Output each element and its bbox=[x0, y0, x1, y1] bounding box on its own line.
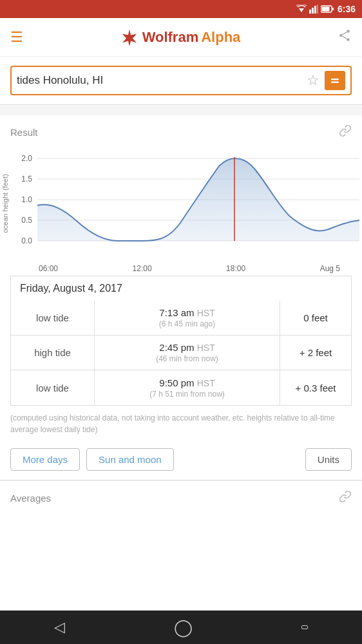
logo-wolfram: Wolfram bbox=[142, 29, 199, 46]
tide-chart-svg: 2.0 1.5 1.0 0.5 0.0 ocean height (feet) bbox=[0, 146, 362, 261]
logo-alpha: Alpha bbox=[201, 29, 240, 46]
link-icon[interactable] bbox=[339, 124, 352, 140]
svg-marker-8 bbox=[122, 29, 136, 46]
time-axis: 06:00 12:00 18:00 Aug 5 bbox=[0, 261, 362, 276]
tide-type-cell: low tide bbox=[11, 370, 95, 405]
time-label-0600: 06:00 bbox=[39, 264, 58, 273]
status-bar: 6:36 bbox=[0, 0, 362, 18]
averages-link-icon[interactable] bbox=[339, 490, 352, 506]
top-bar: ☰ Wolfram Alpha bbox=[0, 18, 362, 57]
svg-rect-15 bbox=[331, 82, 339, 83]
status-icons bbox=[296, 5, 334, 14]
tide-time-cell: 7:13 am HST (6 h 45 min ago) bbox=[95, 301, 280, 335]
time-label-aug5: Aug 5 bbox=[320, 264, 340, 273]
table-row: high tide 2:45 pm HST (46 min from now) … bbox=[11, 336, 351, 370]
wifi-icon bbox=[296, 5, 307, 14]
svg-text:ocean height (feet): ocean height (feet) bbox=[1, 174, 9, 233]
action-buttons: More days Sun and moon Units bbox=[0, 442, 362, 480]
svg-rect-3 bbox=[314, 6, 316, 14]
status-time: 6:36 bbox=[338, 4, 356, 14]
result-header: Result bbox=[0, 115, 362, 146]
tide-time: 9:50 pm HST bbox=[159, 377, 214, 388]
favorite-icon[interactable]: ☆ bbox=[307, 72, 319, 89]
tide-type-cell: low tide bbox=[11, 301, 95, 335]
tide-value-cell: 0 feet bbox=[280, 301, 351, 335]
note-text: (computed using historical data, not tak… bbox=[10, 412, 352, 435]
time-label-1200: 12:00 bbox=[133, 264, 152, 273]
equals-icon bbox=[329, 75, 341, 86]
tide-value-cell: + 2 feet bbox=[280, 336, 351, 370]
tide-ago: (7 h 51 min from now) bbox=[149, 390, 225, 399]
table-row: low tide 7:13 am HST (6 h 45 min ago) 0 … bbox=[11, 301, 351, 336]
svg-rect-7 bbox=[321, 7, 329, 12]
svg-text:2.0: 2.0 bbox=[21, 154, 32, 163]
tide-type: low tide bbox=[36, 312, 69, 323]
svg-rect-1 bbox=[309, 10, 311, 14]
tide-chart: 2.0 1.5 1.0 0.5 0.0 ocean height (feet) bbox=[0, 146, 362, 261]
wolfram-star-icon bbox=[120, 28, 138, 46]
averages-label: Averages bbox=[10, 493, 51, 504]
svg-rect-2 bbox=[312, 8, 314, 14]
svg-point-11 bbox=[347, 38, 350, 41]
svg-text:0.0: 0.0 bbox=[21, 236, 32, 245]
tide-type-cell: high tide bbox=[11, 336, 95, 370]
compute-button[interactable] bbox=[325, 71, 345, 90]
date-row: Friday, August 4, 2017 bbox=[10, 276, 352, 301]
share-icon[interactable] bbox=[338, 28, 352, 46]
tide-ago: (6 h 45 min ago) bbox=[159, 319, 215, 328]
result-label: Result bbox=[10, 127, 38, 138]
tide-value-cell: + 0.3 feet bbox=[280, 370, 351, 405]
tide-type: high tide bbox=[34, 347, 71, 358]
result-date: Friday, August 4, 2017 bbox=[20, 283, 122, 294]
svg-rect-4 bbox=[317, 5, 318, 14]
averages-header: Averages bbox=[0, 480, 362, 513]
tide-table: low tide 7:13 am HST (6 h 45 min ago) 0 … bbox=[10, 301, 352, 406]
tide-type: low tide bbox=[36, 383, 69, 393]
search-container: ☆ bbox=[0, 57, 362, 104]
svg-marker-0 bbox=[299, 8, 304, 12]
search-box: ☆ bbox=[10, 66, 352, 95]
tide-value: 0 feet bbox=[303, 312, 328, 323]
tide-value: + 0.3 feet bbox=[296, 383, 336, 393]
tide-value: + 2 feet bbox=[300, 347, 332, 358]
tide-ago: (46 min from now) bbox=[156, 354, 218, 363]
svg-text:0.5: 0.5 bbox=[21, 216, 32, 225]
svg-line-13 bbox=[343, 36, 347, 39]
svg-point-10 bbox=[339, 34, 343, 37]
battery-icon bbox=[321, 5, 334, 13]
time-label-1800: 18:00 bbox=[226, 264, 245, 273]
svg-text:1.5: 1.5 bbox=[21, 175, 32, 184]
tide-time: 2:45 pm HST bbox=[159, 342, 214, 353]
table-row: low tide 9:50 pm HST (7 h 51 min from no… bbox=[11, 370, 351, 405]
units-button[interactable]: Units bbox=[305, 448, 352, 471]
search-input[interactable] bbox=[17, 74, 307, 87]
section-gap bbox=[0, 105, 362, 115]
tide-time-cell: 2:45 pm HST (46 min from now) bbox=[95, 336, 280, 370]
logo: Wolfram Alpha bbox=[120, 28, 241, 46]
svg-rect-6 bbox=[332, 8, 334, 10]
tide-time: 7:13 am HST bbox=[159, 307, 214, 318]
sun-moon-button[interactable]: Sun and moon bbox=[86, 448, 174, 471]
svg-rect-14 bbox=[331, 79, 339, 80]
svg-point-9 bbox=[347, 30, 350, 33]
hamburger-icon[interactable]: ☰ bbox=[10, 29, 23, 46]
tide-time-cell: 9:50 pm HST (7 h 51 min from now) bbox=[95, 370, 280, 405]
signal-icon bbox=[309, 5, 318, 14]
more-days-button[interactable]: More days bbox=[10, 448, 80, 471]
svg-line-12 bbox=[343, 32, 347, 35]
svg-text:1.0: 1.0 bbox=[21, 195, 32, 204]
